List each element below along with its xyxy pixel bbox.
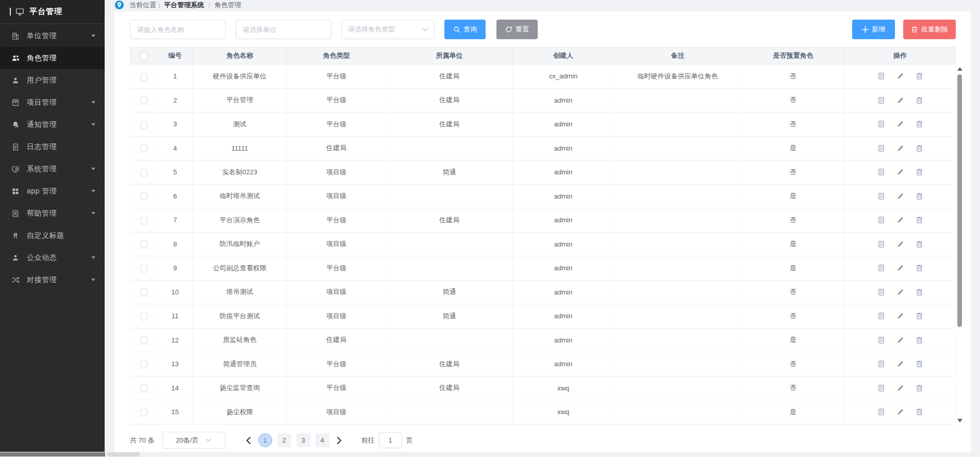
sidebar-item-9[interactable]: 帮助管理 (0, 202, 105, 224)
edit-icon[interactable] (896, 216, 904, 224)
view-icon[interactable] (877, 216, 885, 224)
row-checkbox[interactable] (140, 169, 147, 176)
edit-icon[interactable] (896, 336, 904, 344)
delete-icon[interactable] (916, 96, 923, 104)
row-checkbox[interactable] (140, 265, 147, 272)
view-icon[interactable] (877, 168, 885, 176)
view-icon[interactable] (877, 192, 885, 200)
sidebar-item-11[interactable]: 公众动态 (0, 247, 105, 269)
role-type-select[interactable]: 请选择角色类型 (341, 20, 435, 39)
unit-input[interactable] (236, 20, 331, 39)
page-button-4[interactable]: 4 (315, 433, 329, 447)
page-size-select[interactable]: 20条/页 (162, 432, 225, 449)
view-icon[interactable] (877, 72, 885, 80)
cell-preset: 否 (742, 160, 845, 185)
row-checkbox[interactable] (140, 409, 147, 416)
delete-icon[interactable] (916, 240, 923, 248)
sidebar-item-7[interactable]: 系统管理 (0, 158, 105, 180)
delete-icon[interactable] (916, 288, 923, 296)
delete-icon[interactable] (916, 384, 923, 392)
reset-button[interactable]: 重置 (496, 20, 538, 39)
row-checkbox[interactable] (140, 289, 147, 296)
edit-icon[interactable] (896, 72, 904, 80)
scroll-up-arrow-icon[interactable] (957, 67, 962, 71)
row-checkbox[interactable] (140, 385, 147, 392)
row-checkbox[interactable] (140, 241, 147, 248)
next-page-button[interactable] (331, 433, 347, 448)
view-icon[interactable] (877, 288, 885, 296)
delete-icon[interactable] (916, 312, 923, 320)
edit-icon[interactable] (896, 240, 904, 248)
delete-icon[interactable] (916, 168, 923, 176)
edit-icon[interactable] (896, 288, 904, 296)
sidebar-item-1[interactable]: 单位管理 (0, 25, 105, 47)
row-checkbox[interactable] (140, 121, 147, 128)
sidebar-item-6[interactable]: 日志管理 (0, 136, 105, 158)
add-button[interactable]: 新增 (852, 20, 895, 39)
prev-page-button[interactable] (241, 433, 256, 448)
delete-icon[interactable] (916, 336, 923, 344)
row-checkbox[interactable] (140, 145, 147, 152)
delete-icon[interactable] (916, 144, 923, 152)
edit-icon[interactable] (896, 192, 904, 200)
row-checkbox[interactable] (140, 217, 147, 224)
edit-icon[interactable] (896, 120, 904, 128)
delete-icon[interactable] (916, 120, 923, 128)
breadcrumb-root[interactable]: 平台管理系统 (164, 1, 204, 10)
cell-id: 9 (158, 256, 193, 281)
vertical-scrollbar[interactable] (956, 64, 963, 426)
page-button-3[interactable]: 3 (296, 433, 310, 447)
edit-icon[interactable] (896, 168, 904, 176)
horizontal-scrollbar[interactable] (0, 452, 980, 457)
row-checkbox[interactable] (140, 361, 147, 368)
edit-icon[interactable] (896, 408, 904, 416)
edit-icon[interactable] (896, 96, 904, 104)
cell-id: 6 (158, 184, 193, 208)
delete-icon[interactable] (916, 264, 923, 272)
view-icon[interactable] (877, 144, 885, 152)
view-icon[interactable] (877, 384, 885, 392)
row-checkbox[interactable] (140, 313, 147, 320)
view-icon[interactable] (877, 408, 885, 416)
horizontal-scrollbar-thumb[interactable] (0, 452, 105, 456)
page-button-1[interactable]: 1 (258, 433, 272, 447)
sidebar-item-3[interactable]: 用户管理 (0, 69, 105, 91)
view-icon[interactable] (877, 96, 885, 104)
view-icon[interactable] (877, 336, 885, 344)
goto-page-input[interactable] (379, 432, 402, 448)
row-checkbox[interactable] (140, 337, 147, 344)
select-all-checkbox[interactable] (140, 53, 147, 60)
edit-icon[interactable] (896, 360, 904, 368)
row-checkbox[interactable] (140, 193, 147, 200)
row-checkbox[interactable] (140, 73, 147, 80)
view-icon[interactable] (877, 312, 885, 320)
delete-icon[interactable] (916, 408, 923, 416)
edit-icon[interactable] (896, 144, 904, 152)
delete-icon[interactable] (916, 360, 923, 368)
edit-icon[interactable] (896, 312, 904, 320)
row-checkbox[interactable] (140, 97, 147, 104)
delete-icon[interactable] (916, 216, 923, 224)
delete-icon[interactable] (916, 72, 923, 80)
view-icon[interactable] (877, 264, 885, 272)
sidebar-item-5[interactable]: 通知管理 (0, 113, 105, 136)
sidebar-item-12[interactable]: 对接管理 (0, 269, 105, 291)
horizontal-scrollbar-thumb-secondary[interactable] (107, 452, 140, 456)
batch-delete-button[interactable]: 批量删除 (903, 20, 956, 39)
view-icon[interactable] (877, 240, 885, 248)
view-icon[interactable] (877, 360, 885, 368)
view-icon[interactable] (877, 120, 885, 128)
sidebar-item-4[interactable]: 项目管理 (0, 91, 105, 113)
edit-icon[interactable] (896, 384, 904, 392)
page-button-2[interactable]: 2 (277, 433, 291, 447)
delete-icon[interactable] (916, 192, 923, 200)
cell-remark: 临时硬件设备供应单位角色 (614, 64, 742, 89)
scroll-down-arrow-icon[interactable] (957, 419, 962, 422)
sidebar-item-2[interactable]: 角色管理 (0, 47, 105, 69)
role-name-input[interactable] (130, 20, 226, 39)
edit-icon[interactable] (896, 264, 904, 272)
sidebar-item-10[interactable]: 自定义标题 (0, 224, 105, 247)
search-button[interactable]: 查询 (444, 20, 486, 39)
sidebar-item-8[interactable]: app 管理 (0, 180, 105, 202)
vertical-scrollbar-thumb[interactable] (957, 74, 962, 327)
